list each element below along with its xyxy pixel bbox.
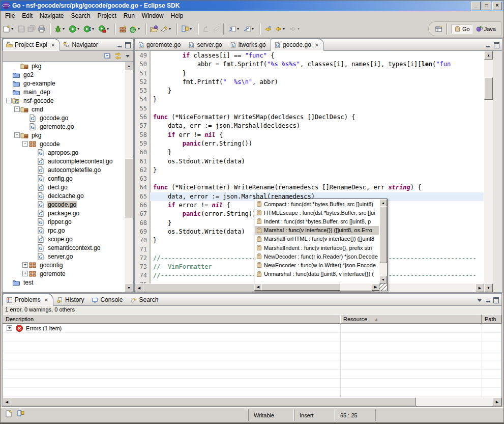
tree-item-server-go[interactable]: Gserver.go — [3, 252, 133, 261]
tree-scroll-thumb[interactable] — [125, 158, 133, 217]
toolbar-saveall-button[interactable] — [26, 23, 37, 35]
perspective-go[interactable]: Go — [452, 24, 472, 34]
menu-file[interactable]: File — [2, 11, 18, 20]
dropdown-arrow-icon[interactable]: ▾ — [283, 26, 287, 31]
completion-item-marshalforhtml[interactable]: MarshalForHTML : func(v interface{}) ([]… — [255, 235, 379, 243]
collapse-all-icon[interactable] — [104, 52, 112, 60]
popup-resize-grip[interactable] — [379, 284, 387, 291]
tab-project-explorer[interactable]: Project Expl ✕ — [3, 39, 60, 51]
link-with-editor-icon[interactable] — [114, 52, 122, 60]
code-line-52[interactable]: 52 fmt.Printf(" %s\n", abbr) — [135, 78, 484, 87]
toolbar-runcfg-button[interactable]: ▾ — [82, 23, 97, 35]
tree-item-ripper-go[interactable]: Gripper.go — [3, 217, 133, 226]
tree-item-main-dep[interactable]: main_dep — [3, 88, 133, 96]
code-line-57[interactable]: 57 data, err := json.Marshal(decldescs) — [135, 122, 484, 130]
popup-scroll-left-icon[interactable]: ◀ — [254, 284, 262, 291]
tree-item-gocode-go[interactable]: Ggocode.go — [3, 200, 133, 209]
tree-item-autocompletefile-go[interactable]: Gautocompletefile.go — [3, 165, 133, 174]
tab-problems[interactable]: Problems✕ — [3, 294, 53, 306]
popup-scroll-down-icon[interactable]: ▼ — [379, 276, 387, 284]
column-path[interactable]: Path — [482, 315, 501, 324]
editor-scroll-right-icon[interactable]: ▶ — [476, 284, 484, 292]
code-line-54[interactable]: 54} — [135, 95, 484, 104]
close-tab-icon[interactable]: ✕ — [315, 42, 319, 48]
tree-item-scope-go[interactable]: Gscope.go — [3, 235, 133, 243]
menu-edit[interactable]: Edit — [18, 11, 36, 20]
menu-project[interactable]: Project — [94, 11, 120, 20]
editor-tab-gocode-go[interactable]: Ggocode.go✕ — [271, 39, 324, 51]
minimize-editor-icon[interactable] — [485, 42, 492, 48]
code-line-49[interactable]: 49 if classes[i] == "func" { — [135, 51, 484, 60]
tree-expander-icon[interactable]: - — [14, 106, 20, 112]
editor-tab-itworks-go[interactable]: Gitworks.go — [227, 39, 271, 50]
tree-item-goconfig[interactable]: +goconfig — [3, 261, 133, 269]
editor-scroll-thumb[interactable] — [484, 77, 493, 100]
tree-item-decl-go[interactable]: Gdecl.go — [3, 183, 133, 191]
tree-item-gocode-go[interactable]: Ggocode.go — [3, 114, 133, 122]
editor-scroll-left-icon[interactable]: ◀ — [135, 284, 143, 292]
row-expander-icon[interactable]: + — [7, 325, 12, 331]
annotation-status-icon[interactable] — [17, 410, 25, 418]
dropdown-arrow-icon[interactable]: ▾ — [169, 26, 173, 31]
tree-item-pkg[interactable]: -pkg — [3, 131, 133, 139]
editor-vertical-scrollbar[interactable]: ▲ ▼ — [484, 51, 493, 292]
editor-tab-server-go[interactable]: Gserver.go — [185, 39, 226, 50]
problems-menu-icon[interactable] — [476, 297, 483, 303]
completion-item-htmlescape[interactable]: HTMLEscape : func(dst *bytes.Buffer, src… — [255, 208, 379, 217]
tree-item-declcache-go[interactable]: Gdeclcache.go — [3, 191, 133, 200]
tree-item-package-go[interactable]: Gpackage.go — [3, 209, 133, 217]
problems-scroll-left-icon[interactable]: ◀ — [3, 398, 11, 406]
code-line-64[interactable]: 64func (*NiceFormatter) WriteRename(rena… — [135, 183, 484, 192]
toolbar-run-button[interactable]: ▾ — [68, 23, 82, 35]
dropdown-arrow-icon[interactable]: ▾ — [92, 26, 96, 31]
minimize-view-icon[interactable] — [116, 42, 123, 48]
tree-scroll-up-icon[interactable]: ▲ — [125, 62, 133, 70]
popup-vertical-scrollbar[interactable]: ▲ ▼ — [379, 199, 387, 284]
toolbar-undo-button[interactable] — [201, 23, 211, 35]
completion-item-newencoder[interactable]: NewEncoder : func(w io.Writer) *json.Enc… — [255, 261, 379, 269]
column-description[interactable]: Description — [3, 315, 340, 324]
tree-expander-icon[interactable]: - — [6, 98, 12, 103]
code-line-53[interactable]: 53 } — [135, 87, 484, 95]
completion-item-marshalindent[interactable]: MarshalIndent : func(v interface{}, pref… — [255, 243, 379, 252]
menu-search[interactable]: Search — [67, 11, 94, 20]
code-line-60[interactable]: 60 } — [135, 148, 484, 157]
code-line-61[interactable]: 61 os.Stdout.Write(data) — [135, 157, 484, 166]
tab-search[interactable]: Search — [127, 294, 163, 305]
tab-navigator[interactable]: Navigator — [60, 39, 102, 50]
toolbar-print-button[interactable] — [37, 23, 47, 35]
completion-item-indent[interactable]: Indent : func(dst *bytes.Buffer, src []u… — [255, 217, 379, 225]
toolbar-profile-button[interactable]: ▾ — [97, 23, 112, 35]
completion-item-unmarshal[interactable]: Unmarshal : func(data []uint8, v interfa… — [255, 270, 379, 278]
tree-item-go2[interactable]: go2 — [3, 70, 133, 79]
fast-view-icon[interactable] — [5, 410, 13, 418]
toolbar-save-button[interactable] — [16, 23, 26, 35]
problems-hscroll-thumb[interactable] — [11, 398, 416, 406]
tree-item-goremote-go[interactable]: Ggoremote.go — [3, 122, 133, 131]
dropdown-arrow-icon[interactable]: ▾ — [77, 26, 81, 31]
tree-item-config-go[interactable]: Gconfig.go — [3, 174, 133, 183]
code-line-56[interactable]: 56func (*NiceFormatter) WriteSMap(declde… — [135, 113, 484, 122]
problems-scroll-right-icon[interactable]: ▶ — [493, 398, 501, 406]
toolbar-debug-button[interactable]: ▾ — [53, 23, 68, 35]
window-maximize-button[interactable]: □ — [482, 2, 491, 10]
menu-navigate[interactable]: Navigate — [36, 11, 67, 20]
code-line-51[interactable]: 51 } — [135, 69, 484, 78]
maximize-problems-icon[interactable] — [492, 297, 499, 303]
toolbar-new-button[interactable]: ▾ — [2, 23, 16, 35]
tree-item-go-example[interactable]: go-example — [3, 79, 133, 88]
toolbar-back-button[interactable]: ▾ — [273, 23, 288, 35]
tree-item-apropos-go[interactable]: Gapropos.go — [3, 148, 133, 157]
code-line-62[interactable]: 62} — [135, 166, 484, 175]
editor-scroll-up-icon[interactable]: ▲ — [484, 51, 493, 60]
dropdown-arrow-icon[interactable]: ▾ — [252, 26, 256, 31]
tree-item-gocode[interactable]: -gocode — [3, 139, 133, 148]
toolbar-forward-button[interactable]: ▾ — [288, 23, 303, 35]
window-minimize-button[interactable]: _ — [471, 2, 481, 10]
toolbar-search-button[interactable]: ▾ — [159, 23, 174, 35]
maximize-editor-icon[interactable] — [493, 42, 500, 48]
toolbar-annotation-button[interactable]: ▾ — [180, 23, 195, 35]
toolbar-opentype-button[interactable] — [149, 23, 159, 35]
close-project-explorer-icon[interactable]: ✕ — [51, 42, 55, 48]
code-line-63[interactable]: 63 — [135, 175, 484, 183]
